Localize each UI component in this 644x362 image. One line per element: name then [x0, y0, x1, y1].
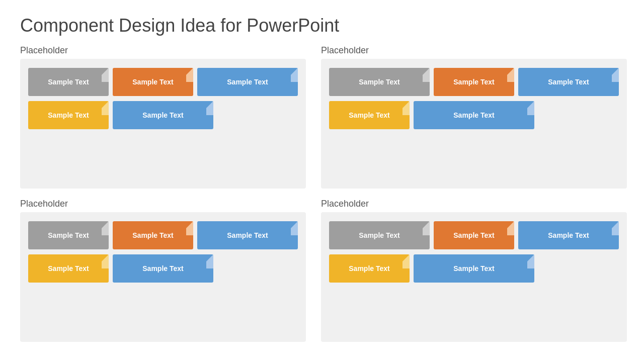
card-row: Sample TextSample TextSample Text: [28, 221, 298, 249]
panel-label: Placeholder: [20, 45, 306, 56]
card-yellow[interactable]: Sample Text: [28, 254, 109, 283]
card-yellow[interactable]: Sample Text: [329, 254, 410, 283]
card-orange[interactable]: Sample Text: [113, 68, 193, 96]
card-blue[interactable]: Sample Text: [414, 254, 534, 283]
card-row: Sample TextSample Text: [329, 254, 619, 283]
card-blue[interactable]: Sample Text: [414, 101, 534, 129]
panel-tr: PlaceholderSample TextSample TextSample …: [321, 45, 627, 189]
card-row: Sample TextSample Text: [329, 101, 619, 129]
card-gray[interactable]: Sample Text: [329, 221, 430, 249]
card-orange[interactable]: Sample Text: [434, 221, 514, 249]
panel-label: Placeholder: [20, 199, 306, 209]
panel-box: Sample TextSample TextSample TextSample …: [20, 212, 306, 342]
panel-label: Placeholder: [321, 45, 627, 56]
panel-box: Sample TextSample TextSample TextSample …: [321, 212, 627, 342]
card-blue[interactable]: Sample Text: [518, 68, 619, 96]
card-yellow[interactable]: Sample Text: [28, 101, 109, 129]
panel-tl: PlaceholderSample TextSample TextSample …: [20, 45, 306, 189]
panel-label: Placeholder: [321, 199, 627, 209]
card-blue[interactable]: Sample Text: [518, 221, 619, 249]
panel-grid: PlaceholderSample TextSample TextSample …: [20, 45, 624, 342]
panel-br: PlaceholderSample TextSample TextSample …: [321, 199, 627, 342]
card-blue[interactable]: Sample Text: [197, 68, 298, 96]
card-orange[interactable]: Sample Text: [113, 221, 193, 249]
card-row: Sample TextSample TextSample Text: [28, 68, 298, 96]
card-yellow[interactable]: Sample Text: [329, 101, 410, 129]
card-gray[interactable]: Sample Text: [329, 68, 430, 96]
page-title: Component Design Idea for PowerPoint: [20, 15, 624, 36]
card-blue[interactable]: Sample Text: [113, 254, 213, 283]
panel-bl: PlaceholderSample TextSample TextSample …: [20, 199, 306, 342]
card-gray[interactable]: Sample Text: [28, 68, 109, 96]
card-row: Sample TextSample TextSample Text: [329, 221, 619, 249]
card-row: Sample TextSample Text: [28, 254, 298, 283]
card-blue[interactable]: Sample Text: [113, 101, 213, 129]
card-row: Sample TextSample TextSample Text: [329, 68, 619, 96]
panel-box: Sample TextSample TextSample TextSample …: [20, 59, 306, 189]
panel-box: Sample TextSample TextSample TextSample …: [321, 59, 627, 189]
card-orange[interactable]: Sample Text: [434, 68, 514, 96]
card-row: Sample TextSample Text: [28, 101, 298, 129]
card-blue[interactable]: Sample Text: [197, 221, 298, 249]
card-gray[interactable]: Sample Text: [28, 221, 109, 249]
